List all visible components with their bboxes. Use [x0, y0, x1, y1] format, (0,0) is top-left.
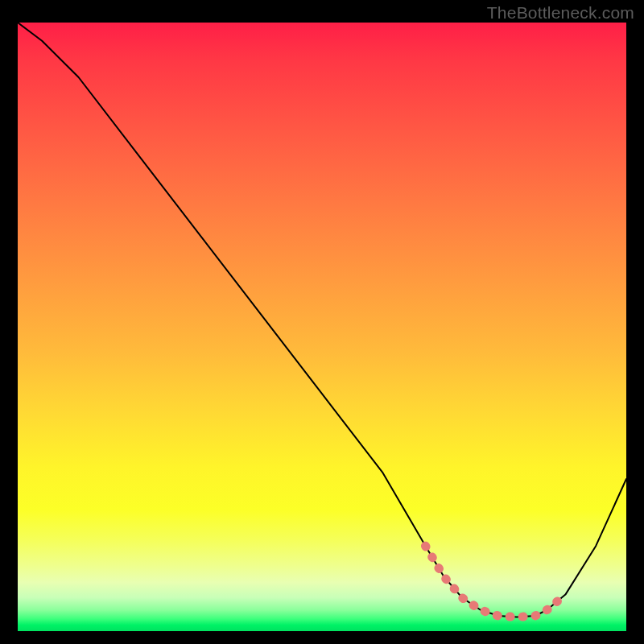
chart-frame: TheBottleneck.com — [0, 0, 644, 644]
highlight-segment — [426, 546, 566, 617]
watermark-text: TheBottleneck.com — [487, 3, 634, 23]
curve-layer — [18, 23, 626, 631]
plot-area — [18, 23, 626, 631]
bottleneck-curve — [18, 23, 626, 617]
